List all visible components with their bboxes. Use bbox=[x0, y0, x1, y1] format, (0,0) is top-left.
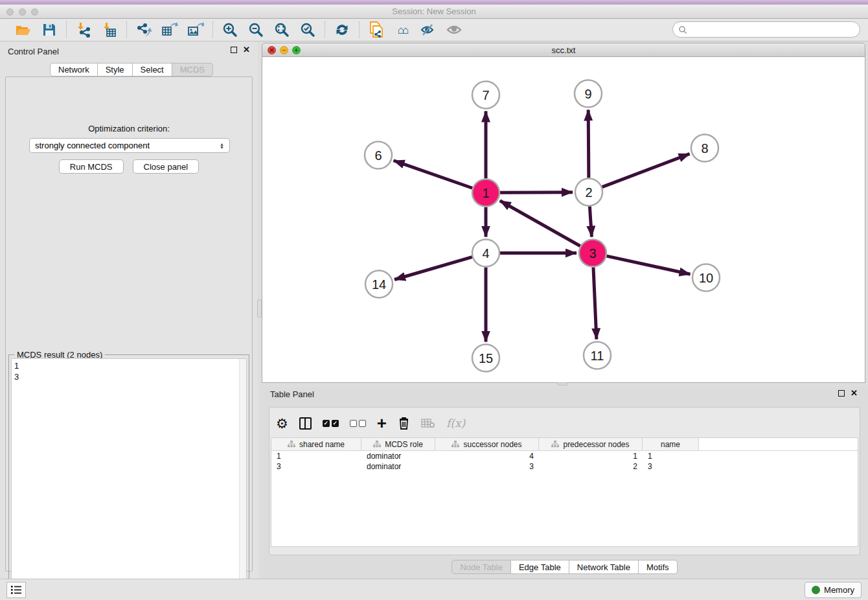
zoom-fit-icon[interactable] bbox=[271, 21, 292, 39]
graph-edge-3-10[interactable] bbox=[606, 256, 690, 274]
main-toolbar: ⌂⌂ bbox=[0, 19, 868, 41]
graph-node-label: 3 bbox=[589, 246, 596, 260]
horizontal-splitter-handle[interactable] bbox=[557, 382, 567, 386]
open-session-icon[interactable] bbox=[13, 21, 34, 39]
column-header-shared-name[interactable]: shared name bbox=[271, 438, 361, 450]
graph-node-label: 8 bbox=[701, 141, 708, 156]
clone-network-icon[interactable] bbox=[366, 21, 387, 39]
hide-details-icon[interactable] bbox=[418, 21, 439, 39]
graph-edge-2-8[interactable] bbox=[602, 154, 690, 187]
column-header-successor-nodes[interactable]: successor nodes bbox=[435, 438, 539, 450]
tab-select[interactable]: Select bbox=[133, 63, 172, 76]
table-cell[interactable]: 1 bbox=[271, 452, 361, 461]
float-table-panel-icon[interactable] bbox=[838, 390, 845, 397]
tab-motifs[interactable]: Motifs bbox=[639, 560, 678, 574]
export-image-icon[interactable] bbox=[185, 21, 206, 39]
table-row[interactable]: 3dominator323 bbox=[271, 461, 858, 472]
graph-node-label: 11 bbox=[591, 349, 604, 363]
tab-network-table[interactable]: Network Table bbox=[569, 560, 639, 574]
graph-edge-2-9[interactable] bbox=[588, 110, 589, 178]
graph-edge-3-1[interactable] bbox=[500, 201, 580, 246]
network-canvas[interactable]: 7968124314101511 bbox=[262, 57, 865, 383]
refresh-view-icon[interactable] bbox=[332, 21, 352, 39]
table-cell[interactable]: 1 bbox=[643, 452, 699, 461]
table-cell[interactable]: 4 bbox=[435, 452, 539, 461]
zoom-in-icon[interactable] bbox=[220, 21, 240, 39]
tab-node-table[interactable]: Node Table bbox=[451, 560, 511, 574]
graph-node-label: 1 bbox=[482, 186, 489, 200]
column-visibility-icon[interactable] bbox=[299, 415, 312, 432]
import-network-icon[interactable] bbox=[73, 21, 94, 39]
import-table-icon[interactable] bbox=[99, 21, 120, 39]
criterion-dropdown[interactable]: strongly connected component ▲▼ bbox=[29, 138, 230, 153]
graph-edge-3-11[interactable] bbox=[593, 267, 597, 339]
graph-node-label: 10 bbox=[699, 271, 713, 285]
table-cell[interactable]: dominator bbox=[361, 462, 435, 471]
graph-node-label: 6 bbox=[374, 148, 382, 163]
dropdown-stepper-icon: ▲▼ bbox=[220, 143, 224, 149]
memory-button[interactable]: Memory bbox=[805, 582, 862, 598]
table-cell[interactable]: 2 bbox=[539, 462, 643, 471]
table-settings-icon[interactable]: ⚙ bbox=[276, 415, 288, 432]
show-details-icon[interactable] bbox=[444, 21, 464, 39]
column-header-MCDS-role[interactable]: MCDS role bbox=[361, 438, 435, 450]
save-session-icon[interactable] bbox=[39, 21, 60, 39]
table-cell[interactable]: 3 bbox=[271, 462, 361, 471]
graph-node-label: 15 bbox=[479, 351, 493, 365]
function-builder-icon: f(x) bbox=[446, 415, 465, 432]
graph-edge-4-14[interactable] bbox=[394, 257, 472, 280]
zoom-selected-icon[interactable] bbox=[297, 21, 318, 39]
mcds-result-group: MCDS result (2 nodes) 1 3 bbox=[8, 354, 249, 600]
table-cell[interactable]: 1 bbox=[539, 452, 643, 461]
float-panel-icon[interactable] bbox=[231, 47, 237, 53]
graph-node-label: 9 bbox=[584, 87, 591, 101]
tab-edge-table[interactable]: Edge Table bbox=[511, 560, 569, 574]
network-window-title: scc.txt bbox=[262, 45, 865, 55]
deselect-all-icon[interactable] bbox=[350, 415, 366, 432]
network-window-titlebar[interactable]: ✕ – + scc.txt bbox=[262, 43, 865, 57]
graph-edge-1-6[interactable] bbox=[394, 161, 473, 188]
network-view-window: ✕ – + scc.txt 7968124314101511 bbox=[262, 43, 865, 384]
tab-style[interactable]: Style bbox=[98, 63, 133, 76]
graph-edge-2-3[interactable] bbox=[589, 206, 591, 237]
graph-node-label: 14 bbox=[372, 277, 386, 292]
graph-node-label: 7 bbox=[482, 88, 489, 102]
mcds-result-text[interactable]: 1 3 bbox=[11, 358, 247, 599]
column-header-predecessor-nodes[interactable]: predecessor nodes bbox=[539, 438, 643, 450]
search-input[interactable] bbox=[687, 23, 860, 36]
close-panel-icon[interactable]: ✕ bbox=[243, 47, 250, 53]
run-mcds-button[interactable]: Run MCDS bbox=[59, 159, 124, 174]
zoom-out-icon[interactable] bbox=[246, 21, 266, 39]
table-panel-tabs: Node Table Edge Table Network Table Moti… bbox=[261, 560, 868, 574]
show-task-history-button[interactable] bbox=[6, 582, 26, 598]
tab-network[interactable]: Network bbox=[50, 63, 98, 76]
graph-node-label: 2 bbox=[585, 185, 592, 200]
table-cell[interactable]: dominator bbox=[361, 452, 435, 461]
result-line: 1 bbox=[14, 360, 244, 371]
task-list-icon bbox=[10, 585, 22, 595]
table-row[interactable]: 1dominator411 bbox=[271, 451, 858, 461]
graph-edge-1-2[interactable] bbox=[500, 192, 573, 193]
table-cell[interactable]: 3 bbox=[643, 462, 699, 471]
window-titlebar: Session: New Session bbox=[0, 5, 868, 19]
header-filler bbox=[699, 438, 858, 450]
add-column-icon[interactable]: + bbox=[377, 415, 387, 432]
close-table-panel-icon[interactable]: ✕ bbox=[851, 390, 858, 397]
table-cell[interactable]: 3 bbox=[435, 462, 539, 471]
column-header-name[interactable]: name bbox=[643, 438, 699, 450]
result-scrollbar[interactable] bbox=[239, 359, 246, 599]
node-table[interactable]: shared nameMCDS rolesuccessor nodesprede… bbox=[271, 437, 858, 547]
optimization-criterion-label: Optimization criterion: bbox=[6, 124, 252, 133]
delete-column-icon[interactable] bbox=[398, 415, 410, 432]
export-network-icon[interactable] bbox=[133, 21, 154, 39]
close-panel-button[interactable]: Close panel bbox=[133, 159, 200, 174]
search-box[interactable] bbox=[672, 21, 860, 38]
vertical-splitter-handle[interactable] bbox=[257, 299, 262, 317]
network-graph[interactable]: 7968124314101511 bbox=[262, 57, 865, 382]
select-all-icon[interactable]: ✓✓ bbox=[323, 415, 339, 432]
first-neighbors-icon[interactable]: ⌂⌂ bbox=[392, 21, 413, 39]
export-table-icon[interactable] bbox=[159, 21, 180, 39]
control-panel: Control Panel ✕ Network Style Select MCD… bbox=[0, 41, 258, 579]
tab-mcds[interactable]: MCDS bbox=[172, 63, 213, 76]
table-header-row: shared nameMCDS rolesuccessor nodesprede… bbox=[271, 438, 858, 451]
